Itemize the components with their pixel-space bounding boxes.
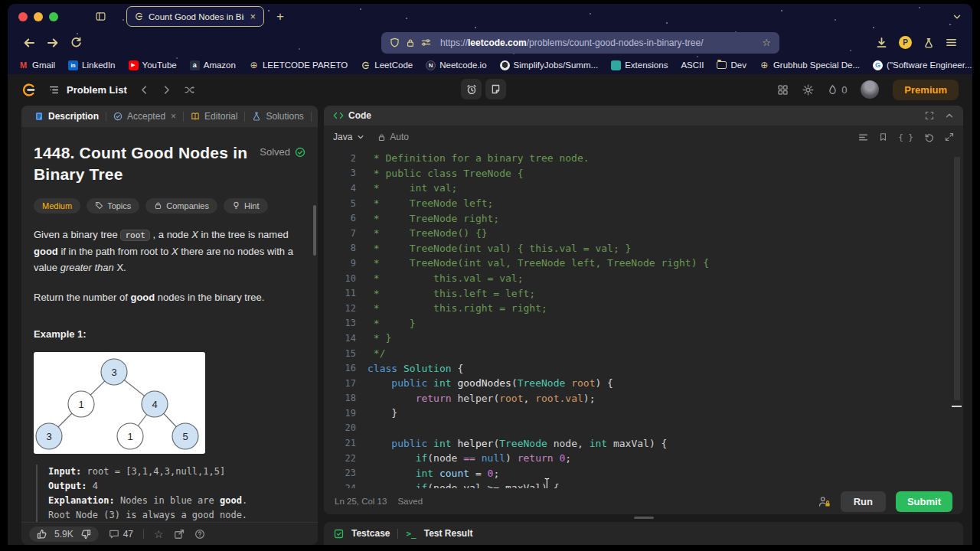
code-line[interactable]: 7 * TreeNode() {} xyxy=(324,226,963,241)
code-line[interactable]: 20 xyxy=(324,421,963,436)
next-problem-icon[interactable] xyxy=(162,85,172,95)
help-icon[interactable] xyxy=(194,529,205,540)
code-line[interactable]: 6 * TreeNode right; xyxy=(324,210,963,226)
code-line[interactable]: 14 * } xyxy=(324,331,963,346)
code-line[interactable]: 19 } xyxy=(324,406,963,421)
autocomplete-toggle[interactable]: Auto xyxy=(377,132,409,142)
like-group[interactable]: 5.9K xyxy=(29,527,99,542)
tab-list-chevron-icon[interactable] xyxy=(952,12,962,21)
bookmark-item[interactable]: G("Software Engineer... xyxy=(873,60,972,70)
window-minimize-button[interactable] xyxy=(34,12,43,21)
bookmark-item[interactable]: ⊕LEETCODE PARETO xyxy=(249,60,348,70)
editor-scrollbar[interactable] xyxy=(954,157,960,400)
run-button[interactable]: Run xyxy=(841,491,886,512)
streak-counter[interactable]: 0 xyxy=(828,84,847,96)
bookmark-icon[interactable] xyxy=(879,132,887,142)
bookmark-item[interactable]: MGmail xyxy=(18,60,55,70)
code-line[interactable]: 12 * this.right = right; xyxy=(324,301,963,316)
language-selector[interactable]: Java xyxy=(333,132,364,142)
bookmark-star-icon[interactable]: ☆ xyxy=(762,37,771,48)
code-line[interactable]: 5 * TreeNode left; xyxy=(324,196,963,211)
code-line[interactable]: 13 * } xyxy=(324,316,963,331)
forward-icon[interactable] xyxy=(47,37,59,49)
premium-button[interactable]: Premium xyxy=(893,80,959,100)
code-line[interactable]: 2 * Definition for a binary tree node. xyxy=(324,151,963,166)
bookmark-item[interactable]: ⊕Grubhub Special De... xyxy=(760,60,860,70)
code-line[interactable]: 17 public int goodNodes(TreeNode root) { xyxy=(324,376,963,391)
prev-problem-icon[interactable] xyxy=(139,85,149,95)
leetcode-logo[interactable] xyxy=(21,83,36,97)
new-tab-button[interactable]: + xyxy=(276,10,284,23)
notes-button[interactable] xyxy=(485,79,506,99)
code-line[interactable]: 8 * TreeNode(int val) { this.val = val; … xyxy=(324,241,963,256)
shield-icon[interactable] xyxy=(390,37,400,47)
code-editor[interactable]: 2 * Definition for a binary tree node.3 … xyxy=(324,148,963,488)
tab-description[interactable]: Description xyxy=(28,111,106,122)
code-line[interactable]: 18 return helper(root, root.val); xyxy=(324,391,963,406)
timer-button[interactable] xyxy=(461,79,482,99)
code-line[interactable]: 11 * this.left = left; xyxy=(324,285,963,301)
random-problem-icon[interactable] xyxy=(184,85,195,95)
back-icon[interactable] xyxy=(23,37,35,49)
bookmark-item[interactable]: ASCII xyxy=(681,60,704,70)
menu-icon[interactable] xyxy=(946,37,957,48)
tab-close-icon[interactable]: × xyxy=(171,111,176,122)
pocket-icon[interactable]: P xyxy=(899,36,912,49)
bookmark-item[interactable]: Extensions xyxy=(611,60,668,70)
braces-icon[interactable]: { } xyxy=(898,132,913,142)
bookmark-item[interactable]: NNeetcode.io xyxy=(426,60,486,70)
code-line[interactable]: 21 public int helper(TreeNode node, int … xyxy=(324,435,963,451)
code-line[interactable]: 3 * public class TreeNode { xyxy=(324,166,963,181)
downloads-icon[interactable] xyxy=(876,37,887,48)
fullscreen-icon[interactable] xyxy=(925,111,934,120)
avatar[interactable] xyxy=(861,80,879,99)
permissions-icon[interactable] xyxy=(421,37,431,47)
thumbs-up-icon[interactable] xyxy=(37,529,47,540)
format-icon[interactable] xyxy=(858,132,868,142)
comments-button[interactable]: 47 xyxy=(109,529,133,540)
bookmark-item[interactable]: ▶YouTube xyxy=(129,60,177,70)
thumbs-down-icon[interactable] xyxy=(80,529,91,540)
bookmark-item[interactable]: Dev xyxy=(717,60,746,70)
bookmark-item[interactable]: LeetCode xyxy=(361,60,413,70)
panel-resize-handle[interactable] xyxy=(634,517,654,519)
extension-flask-icon[interactable] xyxy=(923,37,934,48)
code-line[interactable]: 22 if(node == null) return 0; xyxy=(324,451,963,466)
code-line[interactable]: 10 * this.val = val; xyxy=(324,271,963,286)
undo-icon[interactable] xyxy=(924,132,934,142)
code-line[interactable]: 9 * TreeNode(int val, TreeNode left, Tre… xyxy=(324,256,963,271)
tab-editorial[interactable]: Editorial xyxy=(184,111,244,122)
submit-button[interactable]: Submit xyxy=(896,491,952,512)
code-line[interactable]: 24 if(node.val >= maxVal) { xyxy=(324,481,963,488)
code-line[interactable]: 23 int count = 0; xyxy=(324,465,963,481)
problem-list-button[interactable]: Problem List xyxy=(48,84,127,96)
code-line[interactable]: 15 */ xyxy=(324,346,963,361)
tab-testcase[interactable]: Testcase xyxy=(351,528,390,539)
expand-icon[interactable] xyxy=(945,132,954,142)
url-text[interactable]: https://leetcode.com/problems/count-good… xyxy=(440,37,756,48)
share-icon[interactable] xyxy=(174,529,185,540)
lock-icon[interactable] xyxy=(406,38,415,47)
badge-hint[interactable]: Hint xyxy=(224,198,268,214)
badge-companies[interactable]: Companies xyxy=(145,198,217,214)
tab-accepted[interactable]: Accepted× xyxy=(106,111,183,122)
url-bar[interactable]: https://leetcode.com/problems/count-good… xyxy=(381,32,779,54)
debugger-icon[interactable] xyxy=(818,496,831,507)
window-close-button[interactable] xyxy=(18,12,28,21)
settings-gear-icon[interactable] xyxy=(802,84,814,96)
favorite-star-icon[interactable]: ☆ xyxy=(154,529,164,540)
code-line[interactable]: 16class Solution { xyxy=(324,360,963,376)
bookmark-item[interactable]: aAmazon xyxy=(190,60,236,70)
badge-topics[interactable]: Topics xyxy=(87,198,139,214)
layout-grid-icon[interactable] xyxy=(777,84,789,96)
tab-test-result[interactable]: Test Result xyxy=(424,528,473,539)
reload-icon[interactable] xyxy=(70,37,82,48)
sidebar-toggle-icon[interactable] xyxy=(95,11,106,21)
browser-tab[interactable]: Count Good Nodes in Binary Tre × xyxy=(126,6,264,27)
tab-close-icon[interactable]: × xyxy=(250,11,256,21)
window-zoom-button[interactable] xyxy=(49,12,58,21)
tab-solutions[interactable]: Solutions xyxy=(245,111,310,122)
bookmark-item[interactable]: SimplifyJobs/Summ... xyxy=(500,60,599,70)
collapse-chevron-icon[interactable] xyxy=(945,111,954,120)
code-line[interactable]: 4 * int val; xyxy=(324,181,963,196)
